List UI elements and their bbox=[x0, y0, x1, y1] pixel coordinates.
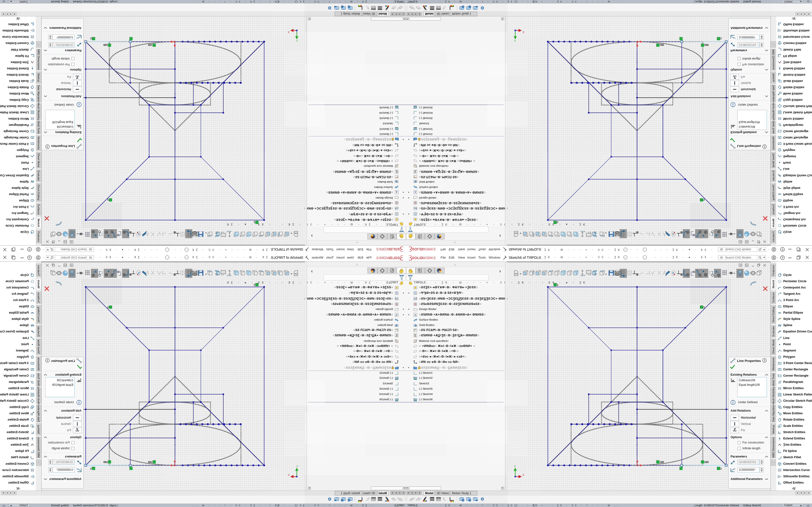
svg-text:3: 3 bbox=[107, 198, 109, 201]
svg-text:109: 109 bbox=[660, 43, 664, 47]
svg-text:Y: Y bbox=[514, 465, 516, 468]
svg-text:?: ? bbox=[47, 359, 48, 362]
svg-text:109: 109 bbox=[704, 43, 709, 47]
svg-text:?: ? bbox=[764, 359, 765, 362]
svg-text:3D: 3D bbox=[692, 234, 695, 236]
svg-text:?: ? bbox=[47, 145, 48, 148]
svg-text:Y: Y bbox=[514, 39, 516, 42]
svg-text:A: A bbox=[734, 468, 735, 470]
svg-text:3: 3 bbox=[90, 37, 92, 40]
svg-text:109: 109 bbox=[103, 460, 108, 464]
svg-text:3: 3 bbox=[703, 306, 705, 309]
svg-text:Y: Y bbox=[296, 465, 298, 468]
svg-text:109: 109 bbox=[103, 43, 108, 47]
svg-text:fx: fx bbox=[31, 330, 33, 332]
svg-text:Σ: Σ bbox=[396, 334, 398, 337]
svg-text:3D: 3D bbox=[117, 271, 120, 273]
svg-text:109: 109 bbox=[148, 460, 152, 464]
svg-text:A: A bbox=[396, 314, 398, 316]
svg-text:A: A bbox=[414, 314, 416, 316]
svg-text:Σ: Σ bbox=[414, 170, 416, 173]
svg-text:3: 3 bbox=[90, 467, 92, 470]
svg-text:?: ? bbox=[764, 145, 765, 148]
svg-text:109: 109 bbox=[148, 43, 152, 47]
svg-text:3D: 3D bbox=[692, 271, 695, 273]
svg-text:A: A bbox=[396, 191, 398, 193]
svg-text:fx: fx bbox=[31, 175, 33, 177]
svg-text:109: 109 bbox=[660, 460, 664, 464]
svg-text:3: 3 bbox=[107, 306, 109, 309]
svg-text:Σ: Σ bbox=[396, 170, 398, 173]
svg-text:109: 109 bbox=[704, 460, 709, 464]
svg-text:A: A bbox=[77, 468, 78, 470]
svg-text:fx: fx bbox=[779, 175, 781, 177]
svg-text:3: 3 bbox=[703, 198, 705, 201]
svg-text:Σ: Σ bbox=[414, 334, 416, 337]
svg-text:A: A bbox=[77, 37, 78, 39]
svg-text:Y: Y bbox=[296, 39, 298, 42]
svg-text:3: 3 bbox=[720, 467, 722, 470]
svg-text:A: A bbox=[734, 37, 735, 39]
svg-text:3: 3 bbox=[720, 37, 722, 40]
svg-text:A: A bbox=[414, 191, 416, 193]
svg-text:fx: fx bbox=[779, 330, 781, 332]
svg-text:3D: 3D bbox=[117, 234, 120, 236]
